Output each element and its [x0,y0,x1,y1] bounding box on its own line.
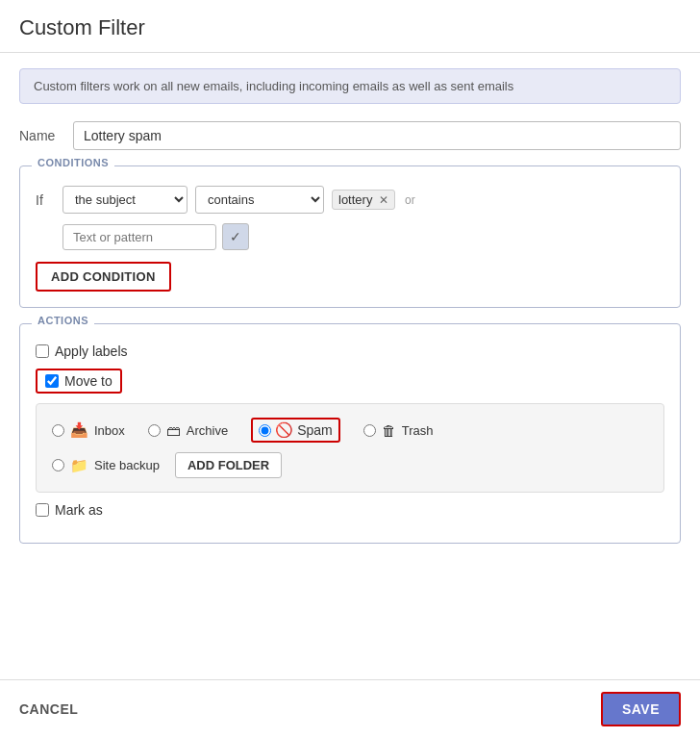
radio-spam-wrapper: 🚫 Spam [251,418,340,443]
spam-icon: 🚫 [275,421,293,439]
radio-sitebackup[interactable]: 📁 Site backup [52,457,160,474]
apply-labels-row: Apply labels [36,344,664,359]
trash-label: Trash [402,423,434,438]
mark-as-label[interactable]: Mark as [36,502,103,518]
conditions-section: CONDITIONS If the subject the sender the… [19,165,681,308]
tag-lottery: lottery ✕ [332,190,395,210]
inbox-icon: 📥 [70,421,88,439]
radio-sitebackup-input[interactable] [52,459,64,471]
folder-row2: 📁 Site backup ADD FOLDER [52,452,648,478]
move-to-box: Move to [36,369,122,394]
apply-labels-text: Apply labels [55,344,128,359]
archive-label: Archive [187,423,228,438]
spam-label-text: Spam [297,422,333,438]
radio-inbox-input[interactable] [52,424,64,437]
contains-select[interactable]: contains does not contain starts with en… [195,186,324,214]
info-banner: Custom filters work on all new emails, i… [19,68,681,104]
tag-area: lottery ✕ or [332,190,415,210]
radio-archive[interactable]: 🗃 Archive [148,422,228,439]
conditions-legend: CONDITIONS [32,157,114,168]
subject-select[interactable]: the subject the sender the recipient the… [62,186,188,214]
archive-icon: 🗃 [166,422,181,439]
folder-options-box: 📥 Inbox 🗃 Archive 🚫 Spam [36,403,664,493]
footer-bar: CANCEL SAVE [0,679,700,738]
move-to-row: Move to [36,369,664,394]
name-input[interactable] [73,121,681,150]
mark-as-row: Mark as [36,502,664,518]
if-label: If [36,192,55,208]
sitebackup-icon: 📁 [70,457,88,474]
text-pattern-input[interactable] [62,224,216,250]
inbox-label: Inbox [94,423,125,438]
move-to-checkbox[interactable] [45,374,59,388]
save-button[interactable]: SAVE [601,692,681,726]
sitebackup-label: Site backup [94,458,160,472]
add-folder-button[interactable]: ADD FOLDER [175,452,282,478]
name-label: Name [19,128,58,143]
add-condition-button[interactable]: ADD CONDITION [36,262,171,292]
radio-trash[interactable]: 🗑 Trash [363,422,434,439]
text-pattern-row: ✓ [62,223,664,250]
actions-legend: ACTIONS [32,315,94,326]
check-button[interactable]: ✓ [222,223,249,250]
radio-archive-input[interactable] [148,424,161,437]
apply-labels-label[interactable]: Apply labels [36,344,128,359]
move-to-text: Move to [64,373,112,389]
mark-as-text: Mark as [55,502,103,518]
mark-as-checkbox[interactable] [36,503,49,517]
folder-options-row: 📥 Inbox 🗃 Archive 🚫 Spam [52,418,648,443]
page-title: Custom Filter [0,0,700,53]
radio-trash-input[interactable] [363,424,376,437]
actions-section: ACTIONS Apply labels Move to [19,323,681,544]
radio-spam-input[interactable] [259,424,271,437]
trash-icon: 🗑 [382,422,396,439]
condition-row: If the subject the sender the recipient … [36,186,664,214]
cancel-button[interactable]: CANCEL [19,701,78,717]
apply-labels-checkbox[interactable] [36,344,49,358]
or-label: or [405,193,415,207]
radio-inbox[interactable]: 📥 Inbox [52,421,125,439]
tag-remove-icon[interactable]: ✕ [379,193,388,207]
